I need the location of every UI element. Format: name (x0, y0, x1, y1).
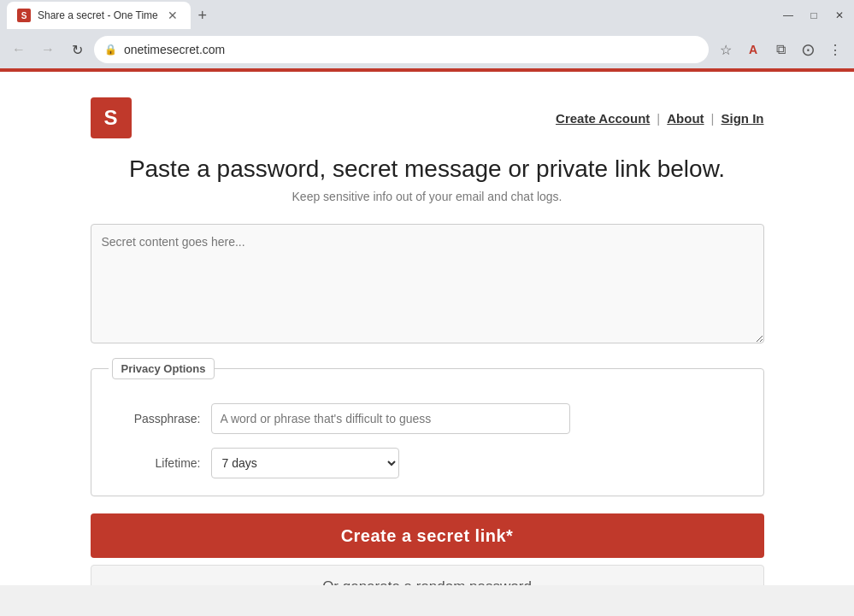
tab-bar: S Share a secret - One Time ✕ + — □ ✕ (0, 0, 854, 31)
secret-textarea[interactable] (91, 224, 764, 343)
minimize-button[interactable]: — (780, 8, 796, 23)
refresh-button[interactable]: ↻ (65, 38, 89, 62)
page-inner: S Create Account | About | Sign In Paste… (77, 72, 778, 585)
window-controls: — □ ✕ (780, 8, 847, 23)
privacy-fieldset: Privacy Options Passphrase: Lifetime: 1 … (91, 361, 764, 496)
about-link[interactable]: About (667, 111, 704, 126)
lifetime-label: Lifetime: (109, 456, 211, 470)
maximize-button[interactable]: □ (806, 8, 822, 23)
nav-separator-2: | (711, 111, 715, 126)
sign-in-link[interactable]: Sign In (721, 111, 764, 126)
sub-heading: Keep sensitive info out of your email an… (91, 190, 764, 203)
bookmark-icon[interactable]: ☆ (714, 38, 738, 62)
nav-separator-1: | (657, 111, 660, 126)
forward-button[interactable]: → (36, 38, 60, 62)
lifetime-select[interactable]: 1 hour 1 day 7 days 14 days 30 days (211, 448, 399, 478)
acrobat-icon[interactable]: A (741, 38, 765, 62)
tab-title: Share a secret - One Time (38, 9, 158, 21)
generate-random-password-button[interactable]: Or generate a random password (91, 565, 764, 585)
menu-icon[interactable]: ⋮ (823, 38, 847, 62)
new-tab-button[interactable]: + (191, 3, 215, 27)
lifetime-row: Lifetime: 1 hour 1 day 7 days 14 days 30… (109, 448, 746, 478)
page-content: S Create Account | About | Sign In Paste… (0, 72, 854, 585)
create-secret-link-button[interactable]: Create a secret link* (91, 513, 764, 558)
privacy-legend: Privacy Options (109, 361, 215, 376)
address-bar-row: ← → ↻ 🔒 onetimesecret.com ☆ A ⧉ ⊙ ⋮ (0, 31, 854, 68)
extensions-icon[interactable]: ⧉ (769, 38, 792, 62)
tab-close-icon[interactable]: ✕ (165, 8, 180, 23)
browser-chrome: S Share a secret - One Time ✕ + — □ ✕ ← … (0, 0, 854, 72)
passphrase-input[interactable] (211, 403, 570, 434)
passphrase-row: Passphrase: (109, 403, 746, 434)
address-text: onetimesecret.com (124, 43, 225, 56)
create-account-link[interactable]: Create Account (556, 111, 650, 126)
back-button[interactable]: ← (7, 38, 31, 62)
address-bar[interactable]: 🔒 onetimesecret.com (94, 36, 709, 63)
passphrase-label: Passphrase: (109, 412, 211, 425)
site-header: S Create Account | About | Sign In (91, 89, 764, 155)
main-heading: Paste a password, secret message or priv… (91, 155, 764, 183)
site-logo[interactable]: S (91, 97, 132, 138)
account-icon[interactable]: ⊙ (796, 38, 820, 62)
browser-actions: ☆ A ⧉ ⊙ ⋮ (714, 38, 847, 62)
site-nav: Create Account | About | Sign In (556, 111, 763, 126)
close-button[interactable]: ✕ (832, 8, 847, 23)
active-tab[interactable]: S Share a secret - One Time ✕ (7, 2, 191, 29)
tab-favicon: S (17, 9, 31, 22)
lock-icon: 🔒 (104, 44, 117, 56)
